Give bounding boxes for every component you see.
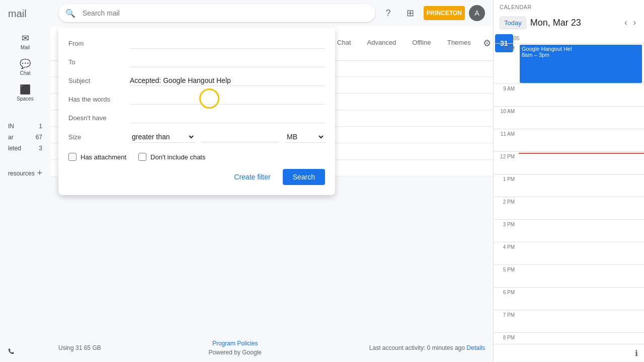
add-event-btn[interactable]: + <box>637 46 642 55</box>
to-input[interactable] <box>130 57 325 67</box>
time-slot-4pm: 4 PM <box>494 242 644 264</box>
time-area-7pm <box>519 311 644 331</box>
search-actions-row: Create filter Search <box>58 163 335 187</box>
subject-input[interactable] <box>130 75 325 86</box>
help-icon: ? <box>386 8 391 19</box>
footer-center: Program Policies Powered by Google <box>209 340 262 356</box>
size-comparator-select[interactable]: greater than less than <box>130 131 195 143</box>
app-title: mail <box>0 4 50 28</box>
header: 🔍 From To Subject <box>50 0 493 26</box>
calendar-footer: ℹ <box>494 344 644 362</box>
has-attachment-label: Has attachment <box>80 153 126 161</box>
event-time: 8am – 3pm <box>522 52 640 58</box>
time-area-9am <box>519 85 644 105</box>
calendar-panel: CALENDAR Today Mon, Mar 23 ‹ › GMT-05 8 … <box>493 0 644 362</box>
doesnt-have-label: Doesn't have <box>68 114 124 122</box>
apps-button[interactable]: ⊞ <box>401 4 420 22</box>
time-slots: 8 AM Google Hangout Hel 8am – 3pm + 9 AM… <box>494 43 644 344</box>
time-area-4pm <box>519 243 644 263</box>
time-slot-11am: 11 AM <box>494 129 644 151</box>
tab-advanced[interactable]: Advanced <box>359 34 405 53</box>
calendar-info-icon[interactable]: ℹ <box>635 348 638 358</box>
princeton-badge[interactable]: PRINCETON <box>424 6 465 20</box>
sidebar-item-chat[interactable]: 💬 Chat <box>0 55 50 79</box>
time-label-4pm: 4 PM <box>494 243 519 250</box>
doesnt-have-row: Doesn't have <box>58 109 335 127</box>
chat-icon: 💬 <box>20 58 31 69</box>
time-slot-8am: 8 AM Google Hangout Hel 8am – 3pm + <box>494 43 644 83</box>
dont-include-chats-checkbox-item[interactable]: Don't include chats <box>138 153 205 161</box>
checkbox-row: Has attachment Don't include chats <box>58 147 335 163</box>
has-attachment-checkbox-item[interactable]: Has attachment <box>68 153 126 161</box>
create-filter-button[interactable]: Create filter <box>228 169 276 185</box>
calendar-prev-btn[interactable]: ‹ <box>622 16 629 29</box>
time-area-11am <box>519 130 644 150</box>
inbox-count: 1 <box>39 123 42 130</box>
calendar-event[interactable]: Google Hangout Hel 8am – 3pm <box>520 45 642 83</box>
time-slot-12pm: 12 PM <box>494 151 644 174</box>
timezone-label: GMT-05 <box>494 33 644 43</box>
calendar-next-btn[interactable]: › <box>631 16 638 29</box>
resources-label: resources <box>8 170 35 177</box>
time-slot-1pm: 1 PM <box>494 174 644 197</box>
doesnt-have-input[interactable] <box>130 113 325 123</box>
time-slot-9am: 9 AM <box>494 83 644 106</box>
program-policies-link[interactable]: Program Policies <box>212 340 258 347</box>
time-label-8pm: 8 PM <box>494 334 519 340</box>
has-words-label: Has the words <box>68 96 124 103</box>
inbox-label: IN <box>8 123 14 130</box>
top-right-icons: ? ⊞ PRINCETON A <box>379 4 485 22</box>
phone-icon-area: 📞 <box>8 348 42 354</box>
tab-themes[interactable]: Themes <box>439 34 479 53</box>
calendar-date: Mon, Mar 23 <box>530 18 619 28</box>
time-label-8am: 8 AM <box>494 45 519 51</box>
time-label-7pm: 7 PM <box>494 311 519 318</box>
spaces-icon: ⬛ <box>20 84 31 95</box>
time-area-8pm <box>519 334 644 344</box>
tab-offline[interactable]: Offline <box>404 34 439 53</box>
search-button[interactable]: Search <box>283 169 325 185</box>
time-label-6pm: 6 PM <box>494 289 519 295</box>
time-area-2pm <box>519 198 644 218</box>
to-label: To <box>68 58 124 66</box>
user-avatar[interactable]: A <box>469 5 485 21</box>
time-area-1pm <box>519 175 644 196</box>
size-unit-select[interactable]: MB KB GB <box>285 131 325 143</box>
deleted-count: 3 <box>39 145 42 152</box>
powered-by: Powered by Google <box>209 349 262 356</box>
search-input[interactable] <box>58 4 375 22</box>
time-label-9am: 9 AM <box>494 85 519 92</box>
sidebar-item-spaces[interactable]: ⬛ Spaces <box>0 81 50 105</box>
calendar-app-label: CALENDAR <box>500 4 532 10</box>
dont-include-chats-checkbox[interactable] <box>138 153 146 161</box>
time-label-12pm: 12 PM <box>494 153 519 159</box>
time-slot-10am: 10 AM <box>494 106 644 129</box>
time-slot-3pm: 3 PM <box>494 219 644 242</box>
deleted-label: leted <box>8 145 21 152</box>
size-row: Size greater than less than MB KB GB <box>58 127 335 147</box>
time-area-12pm <box>519 153 644 173</box>
has-words-row: Has the words <box>58 90 335 109</box>
time-label-2pm: 2 PM <box>494 198 519 205</box>
advanced-search-panel: From To Subject Has the words <box>58 28 335 195</box>
sidebar-item-mail[interactable]: ✉ Mail <box>0 30 50 53</box>
time-label-5pm: 5 PM <box>494 266 519 273</box>
from-input[interactable] <box>130 38 325 49</box>
time-area-5pm <box>519 266 644 286</box>
details-link[interactable]: Details <box>466 344 485 351</box>
add-resource-btn[interactable]: + <box>37 168 42 178</box>
time-label-3pm: 3 PM <box>494 221 519 227</box>
storage-info: Using 31 65 GB <box>58 344 101 351</box>
search-icon[interactable]: 🔍 <box>65 9 75 18</box>
has-attachment-checkbox[interactable] <box>68 153 76 161</box>
time-slot-2pm: 2 PM <box>494 197 644 219</box>
calendar-title-row: Today Mon, Mar 23 ‹ › <box>494 14 644 33</box>
settings-gear-button[interactable]: ⚙ <box>479 34 495 53</box>
to-row: To <box>58 53 335 71</box>
search-container: 🔍 From To Subject <box>58 4 375 22</box>
has-words-input[interactable] <box>130 94 325 105</box>
help-button[interactable]: ? <box>379 4 397 22</box>
size-value-input[interactable] <box>201 132 279 142</box>
today-button[interactable]: Today <box>500 17 526 29</box>
from-row: From <box>58 34 335 53</box>
